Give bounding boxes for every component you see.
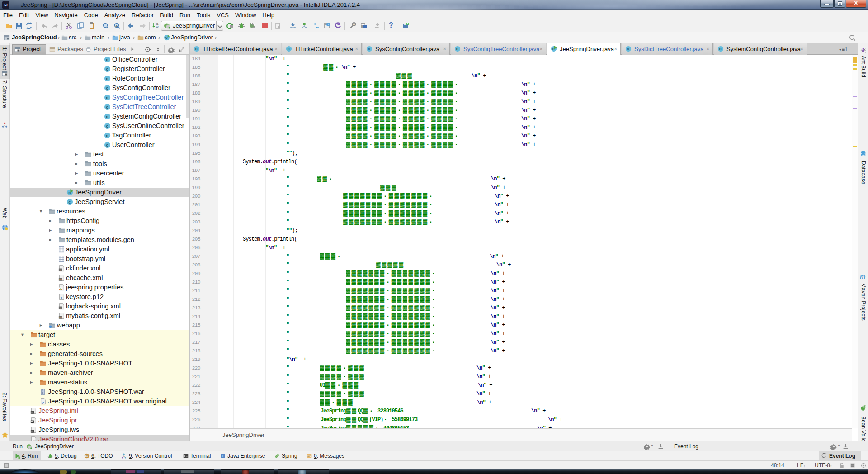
svg-text:c: c (106, 76, 108, 81)
svg-text:c: c (719, 47, 722, 51)
svg-text:c: c (456, 47, 458, 51)
svg-text:c: c (106, 105, 108, 109)
svg-text:c: c (368, 47, 370, 51)
svg-text:c: c (288, 47, 290, 51)
svg-text:<>: <> (59, 268, 62, 271)
svg-text:J: J (222, 454, 223, 458)
svg-text:<>: <> (59, 278, 62, 281)
svg-text:?: ? (60, 296, 62, 300)
svg-text:c: c (106, 86, 108, 90)
svg-text:10: 10 (156, 25, 159, 28)
svg-text:c: c (106, 57, 108, 62)
svg-text:c: c (106, 95, 108, 100)
svg-text:c: c (106, 143, 108, 147)
svg-text:c: c (106, 124, 108, 128)
svg-text:c: c (106, 67, 108, 71)
svg-text:c: c (68, 200, 71, 204)
svg-text:A: A (115, 24, 118, 28)
svg-text:c: c (627, 47, 629, 51)
svg-text:<>: <> (59, 316, 62, 319)
svg-text:<>: <> (59, 306, 62, 309)
svg-text:c: c (106, 133, 108, 138)
svg-text:?: ? (42, 401, 44, 405)
svg-text:c: c (106, 114, 108, 119)
svg-text:c: c (195, 47, 198, 51)
svg-text:c: c (165, 35, 168, 40)
